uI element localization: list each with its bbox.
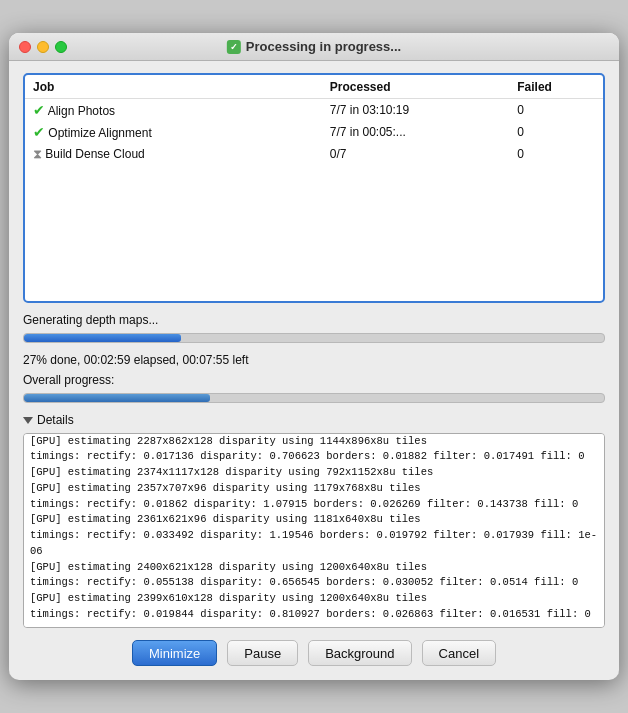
- minimize-button[interactable]: Minimize: [132, 640, 217, 666]
- generating-label: Generating depth maps...: [23, 313, 605, 327]
- job-name-cell: ✔ Optimize Alignment: [25, 121, 322, 143]
- maximize-button[interactable]: [55, 41, 67, 53]
- overall-progress-track: [23, 393, 605, 403]
- table-row: ⧗ Build Dense Cloud 0/7 0: [25, 143, 603, 165]
- col-header-failed: Failed: [509, 75, 603, 99]
- log-box[interactable]: timings: rectify: 0.016712 disparity: 0.…: [23, 433, 605, 628]
- log-line: timings: rectify: 0.017136 disparity: 0.…: [30, 449, 598, 465]
- elapsed-label: 27% done, 00:02:59 elapsed, 00:07:55 lef…: [23, 353, 605, 367]
- job-failed-cell: 0: [509, 99, 603, 122]
- titlebar-title: ✓ Processing in progress...: [227, 39, 401, 54]
- traffic-lights: [19, 41, 67, 53]
- pause-button[interactable]: Pause: [227, 640, 298, 666]
- job-processed-cell: 7/7 in 00:05:...: [322, 121, 509, 143]
- overall-label: Overall progress:: [23, 373, 605, 387]
- details-toggle[interactable]: Details: [23, 413, 605, 427]
- overall-progress-fill: [24, 394, 210, 402]
- main-progress-track: [23, 333, 605, 343]
- log-line: [GPU] estimating 2287x862x128 disparity …: [30, 434, 598, 450]
- job-name-cell: ✔ Align Photos: [25, 99, 322, 122]
- log-line: [GPU] estimating 2361x621x96 disparity u…: [30, 512, 598, 528]
- log-line: timings: rectify: 0.01862 disparity: 1.0…: [30, 497, 598, 513]
- table-row: ✔ Align Photos 7/7 in 03:10:19 0: [25, 99, 603, 122]
- background-button[interactable]: Background: [308, 640, 411, 666]
- log-line: [GPU] estimating 2374x1117x128 disparity…: [30, 465, 598, 481]
- log-line: [GPU] estimating 2357x707x96 disparity u…: [30, 481, 598, 497]
- col-header-processed: Processed: [322, 75, 509, 99]
- buttons-row: Minimize Pause Background Cancel: [23, 640, 605, 666]
- details-label: Details: [37, 413, 74, 427]
- job-processed-cell: 7/7 in 03:10:19: [322, 99, 509, 122]
- log-line: [GPU] estimating 2400x621x128 disparity …: [30, 560, 598, 576]
- minimize-button[interactable]: [37, 41, 49, 53]
- job-failed-cell: 0: [509, 143, 603, 165]
- log-line: [GPU] estimating 2399x610x128 disparity …: [30, 591, 598, 607]
- cancel-button[interactable]: Cancel: [422, 640, 496, 666]
- log-line: timings: rectify: 0.033492 disparity: 1.…: [30, 528, 598, 560]
- job-processed-cell: 0/7: [322, 143, 509, 165]
- job-name-cell: ⧗ Build Dense Cloud: [25, 143, 322, 165]
- check-icon: ✔: [33, 102, 45, 118]
- hourglass-icon: ⧗: [33, 146, 42, 161]
- check-icon: ✔: [33, 124, 45, 140]
- triangle-icon: [23, 417, 33, 424]
- main-window: ✓ Processing in progress... Job Processe…: [9, 33, 619, 680]
- col-header-job: Job: [25, 75, 322, 99]
- titlebar: ✓ Processing in progress...: [9, 33, 619, 61]
- log-line: timings: rectify: 0.019844 disparity: 0.…: [30, 607, 598, 623]
- close-button[interactable]: [19, 41, 31, 53]
- window-body: Job Processed Failed ✔ Align Photos 7/7 …: [9, 61, 619, 680]
- title-icon: ✓: [227, 40, 241, 54]
- job-table: Job Processed Failed ✔ Align Photos 7/7 …: [23, 73, 605, 303]
- table-row: ✔ Optimize Alignment 7/7 in 00:05:... 0: [25, 121, 603, 143]
- log-line: timings: rectify: 0.055138 disparity: 0.…: [30, 575, 598, 591]
- main-progress-fill: [24, 334, 181, 342]
- title-text: Processing in progress...: [246, 39, 401, 54]
- job-failed-cell: 0: [509, 121, 603, 143]
